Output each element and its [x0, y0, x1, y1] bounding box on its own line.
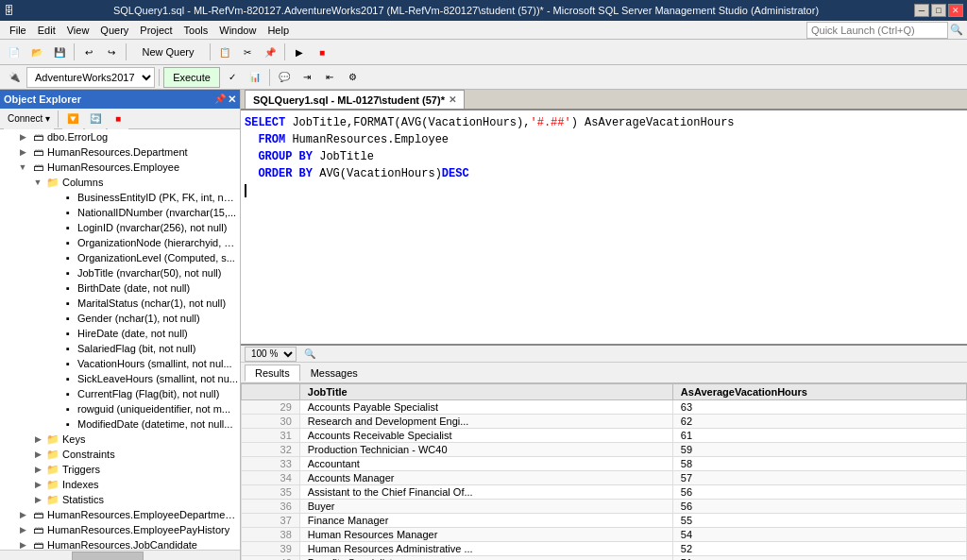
- copy-btn[interactable]: 📋: [214, 42, 235, 62]
- code-editor[interactable]: SELECT JobTitle,FORMAT(AVG(VacationHours…: [241, 110, 967, 344]
- tree-item-columns[interactable]: ▼ 📁 Columns: [0, 175, 240, 190]
- oe-hscroll[interactable]: [0, 550, 240, 560]
- new-file-btn[interactable]: 📄: [4, 42, 25, 62]
- tree-item-col-on[interactable]: ▪ OrganizationNode (hierarchyid, n...: [0, 235, 240, 250]
- search-icon: 🔍: [950, 24, 963, 36]
- oe-close-btn[interactable]: ✕: [228, 93, 236, 106]
- tree-item-statistics[interactable]: ▶ 📁 Statistics: [0, 492, 240, 507]
- menu-project[interactable]: Project: [134, 23, 178, 38]
- cell-2: 58: [672, 457, 966, 471]
- zoom-selector[interactable]: 100 %: [245, 347, 297, 362]
- toolbar-row1: 📄 📂 💾 ↩ ↪ New Query 📋 ✂ 📌 ▶ ■: [0, 40, 967, 65]
- paste-btn[interactable]: 📌: [260, 42, 280, 62]
- tree-item-col-bd[interactable]: ▪ BirthDate (date, not null): [0, 280, 240, 296]
- menu-file[interactable]: File: [4, 23, 32, 38]
- options-btn[interactable]: ⚙: [342, 67, 363, 88]
- cut-btn[interactable]: ✂: [237, 42, 258, 62]
- tree-item-triggers[interactable]: ▶ 📁 Triggers: [0, 462, 240, 477]
- minimize-btn[interactable]: ─: [914, 4, 929, 17]
- tree-item-keys[interactable]: ▶ 📁 Keys: [0, 432, 240, 447]
- tree-item-hr-emp[interactable]: ▼ 🗃 HumanResources.Employee: [0, 160, 240, 175]
- tree-item-col-nid[interactable]: ▪ NationalIDNumber (nvarchar(15,...: [0, 205, 240, 220]
- tree-item-col-hd[interactable]: ▪ HireDate (date, not null): [0, 326, 240, 341]
- type-icon-col-sf: ▪: [60, 341, 76, 356]
- oe-refresh-btn[interactable]: 🔄: [85, 109, 106, 129]
- comment-btn[interactable]: 💬: [274, 67, 295, 88]
- tree-item-indexes[interactable]: ▶ 📁 Indexes: [0, 477, 240, 492]
- close-btn[interactable]: ✕: [948, 4, 963, 17]
- cell-2: 55: [672, 514, 966, 528]
- row-num: 36: [242, 500, 300, 514]
- tree-item-col-sl[interactable]: ▪ SickLeaveHours (smallint, not nu...: [0, 371, 240, 386]
- execute-btn[interactable]: Execute: [163, 67, 220, 88]
- cell-1: Human Resources Administrative ...: [299, 542, 672, 556]
- tree-item-hr-empd[interactable]: ▶ 🗃 HumanResources.EmployeeDepartment...: [0, 507, 240, 522]
- oe-connect-btn[interactable]: Connect ▾: [4, 109, 54, 129]
- expand-icon-triggers: ▶: [30, 462, 45, 477]
- save-btn[interactable]: 💾: [49, 42, 70, 62]
- tree-item-col-md[interactable]: ▪ ModifiedDate (datetime, not null...: [0, 416, 240, 432]
- tree-item-col-lid[interactable]: ▪ LoginID (nvarchar(256), not null): [0, 220, 240, 235]
- cell-2: 57: [672, 471, 966, 485]
- type-icon-col-on: ▪: [60, 235, 76, 250]
- oe-tree[interactable]: ▶ 🗃 dbo.ErrorLog ▶ 🗃 HumanResources.Depa…: [0, 129, 240, 550]
- tree-item-col-gn[interactable]: ▪ Gender (nchar(1), not null): [0, 311, 240, 326]
- dedent-btn[interactable]: ⇤: [319, 67, 340, 88]
- oe-filter-btn[interactable]: 🔽: [62, 109, 83, 129]
- tree-item-col-ol[interactable]: ▪ OrganizationLevel (Computed, s...: [0, 250, 240, 265]
- connect-btn[interactable]: 🔌: [4, 67, 25, 88]
- tree-item-hr-jc[interactable]: ▶ 🗃 HumanResources.JobCandidate: [0, 537, 240, 550]
- tree-label-constraints: Constraints: [62, 449, 115, 460]
- tree-item-col-jt[interactable]: ▪ JobTitle (nvarchar(50), not null): [0, 265, 240, 280]
- expand-icon-hr-empp: ▶: [15, 522, 30, 537]
- cell-1: Assistant to the Chief Financial Of...: [299, 485, 672, 500]
- undo-btn[interactable]: ↩: [78, 42, 99, 62]
- oe-pin-btn[interactable]: 📌: [214, 93, 226, 106]
- results-grid[interactable]: JobTitle AsAverageVacationHours 29Accoun…: [241, 383, 967, 560]
- menu-window[interactable]: Window: [213, 23, 262, 38]
- tree-item-hr-dept[interactable]: ▶ 🗃 HumanResources.Department: [0, 144, 240, 160]
- results-tab-messages[interactable]: Messages: [300, 365, 368, 382]
- tree-item-col-cf[interactable]: ▪ CurrentFlag (Flag(bit), not null): [0, 386, 240, 401]
- expand-icon-hr-emp: ▼: [15, 160, 30, 175]
- tree-item-col-vh[interactable]: ▪ VacationHours (smallint, not nul...: [0, 356, 240, 371]
- results-to-btn[interactable]: 📊: [245, 67, 265, 88]
- oe-sep: [58, 110, 59, 127]
- menu-view[interactable]: View: [61, 23, 95, 38]
- row-num: 29: [242, 400, 300, 415]
- open-btn[interactable]: 📂: [26, 42, 47, 62]
- parse-btn[interactable]: ✓: [222, 67, 243, 88]
- menu-query[interactable]: Query: [94, 23, 134, 38]
- type-icon-col-nid: ▪: [60, 205, 76, 220]
- results-tab-results[interactable]: Results: [245, 365, 300, 382]
- expand-icon-col-sl: [45, 371, 60, 386]
- tree-item-col-sf[interactable]: ▪ SalariedFlag (bit, not null): [0, 341, 240, 356]
- restore-btn[interactable]: □: [931, 4, 946, 17]
- stop-btn[interactable]: ■: [312, 42, 332, 62]
- tab-close-btn[interactable]: ✕: [449, 94, 456, 105]
- menu-edit[interactable]: Edit: [32, 23, 61, 38]
- quick-launch-input[interactable]: [806, 22, 948, 39]
- database-selector[interactable]: AdventureWorks2017: [26, 67, 155, 88]
- oe-stop-btn[interactable]: ■: [108, 109, 128, 129]
- tree-item-col-ms[interactable]: ▪ MaritalStatus (nchar(1), not null): [0, 296, 240, 311]
- tree-label-hr-empd: HumanResources.EmployeeDepartment...: [47, 509, 238, 520]
- type-icon-col-sl: ▪: [60, 371, 76, 386]
- sql-tab[interactable]: SQLQuery1.sql - ML-0127\student (57)* ✕: [245, 90, 465, 109]
- menu-help[interactable]: Help: [262, 23, 295, 38]
- expand-icon-col-nid: [45, 205, 60, 220]
- tree-item-hr-empp[interactable]: ▶ 🗃 HumanResources.EmployeePayHistory: [0, 522, 240, 537]
- tree-label-hr-jc: HumanResources.JobCandidate: [47, 539, 197, 550]
- tree-item-errorlog[interactable]: ▶ 🗃 dbo.ErrorLog: [0, 129, 240, 144]
- expand-icon-col-rg: [45, 401, 60, 416]
- table-row: 38Human Resources Manager54: [242, 528, 967, 542]
- menu-tools[interactable]: Tools: [178, 23, 214, 38]
- expand-icon-hr-jc: ▶: [15, 537, 30, 550]
- tree-item-constraints[interactable]: ▶ 📁 Constraints: [0, 447, 240, 462]
- tree-item-col-beid[interactable]: ▪ BusinessEntityID (PK, FK, int, not...: [0, 190, 240, 205]
- redo-btn[interactable]: ↪: [101, 42, 122, 62]
- debug-btn[interactable]: ▶: [289, 42, 310, 62]
- tree-item-col-rg[interactable]: ▪ rowguid (uniqueidentifier, not m...: [0, 401, 240, 416]
- indent-btn[interactable]: ⇥: [297, 67, 317, 88]
- new-query-btn[interactable]: New Query: [130, 42, 206, 62]
